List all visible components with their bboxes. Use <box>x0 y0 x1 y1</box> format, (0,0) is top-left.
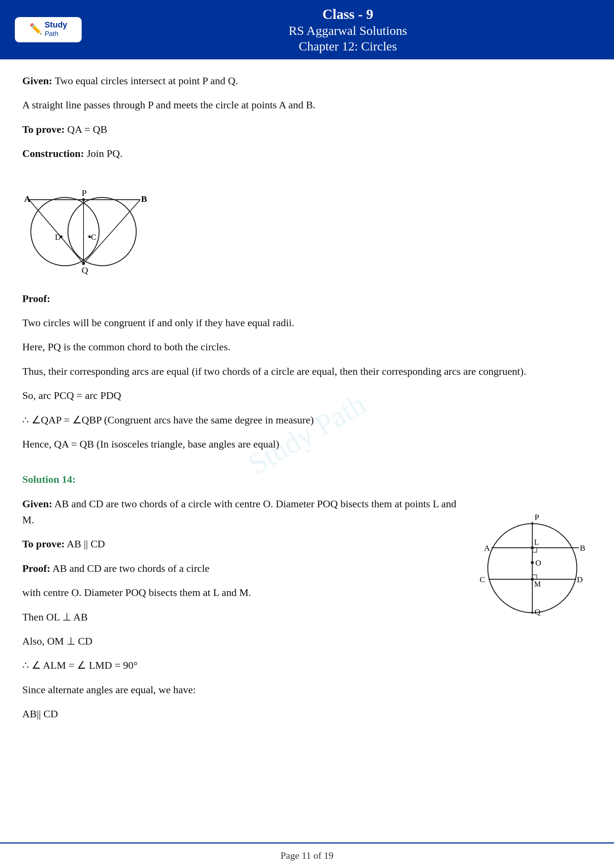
svg-text:A: A <box>484 543 490 553</box>
svg-text:O: O <box>535 558 541 567</box>
svg-text:D: D <box>577 575 583 584</box>
class-line: Class - 9 <box>89 6 606 22</box>
s14-given-line: Given: AB and CD are two chords of a cir… <box>22 496 458 528</box>
logo-area: ✏️ Study Path <box>8 17 89 42</box>
toprove-line: To prove: QA = QB <box>22 121 592 137</box>
logo-box: ✏️ Study Path <box>15 17 82 42</box>
svg-text:B: B <box>580 543 585 553</box>
construction-label: Construction: <box>22 148 84 159</box>
s14-toprove-text: AB || CD <box>65 538 105 550</box>
s14-proof-label: Proof: <box>22 563 51 574</box>
solution14-svg: A B C D P Q O <box>473 499 592 618</box>
svg-point-27 <box>531 522 533 525</box>
proof-heading: Proof: <box>22 291 592 307</box>
footer: Page 11 of 19 <box>0 842 614 868</box>
s14-proof-5: AB|| CD <box>22 706 458 722</box>
svg-point-0 <box>31 197 99 266</box>
s14-proof-4: Since alternate angles are equal, we hav… <box>22 682 458 698</box>
toprove-label: To prove: <box>22 124 65 135</box>
svg-line-10 <box>84 200 140 264</box>
svg-text:A: A <box>24 194 31 204</box>
s14-toprove-line: To prove: AB || CD <box>22 536 458 552</box>
proof-line-3: So, arc PCQ = arc PDQ <box>22 388 592 403</box>
s14-given-label: Given: <box>22 498 52 510</box>
solution14-diagram: A B C D P Q O <box>473 499 592 621</box>
header-title: Class - 9 RS Aggarwal Solutions Chapter … <box>89 6 606 53</box>
s14-proof-line: Proof: AB and CD are two chords of a cir… <box>22 560 458 576</box>
line2: A straight line passes through P and mee… <box>22 97 592 113</box>
svg-point-29 <box>531 612 533 614</box>
pencil-icon: ✏️ <box>29 23 42 35</box>
svg-text:+: + <box>87 233 91 240</box>
proof-line-0: Two circles will be congruent if and onl… <box>22 315 592 331</box>
construction-line: Construction: Join PQ. <box>22 146 592 161</box>
proof-line-4: ∴ ∠QAP = ∠QBP (Congruent arcs have the s… <box>22 412 592 428</box>
s14-given-text: AB and CD are two chords of a circle wit… <box>22 498 456 525</box>
svg-point-1 <box>68 197 136 266</box>
page-header: ✏️ Study Path Class - 9 RS Aggarwal Solu… <box>0 0 614 59</box>
svg-text:P: P <box>82 188 87 198</box>
book-line: RS Aggarwal Solutions <box>89 24 606 38</box>
main-content: Given: Two equal circles intersect at po… <box>0 59 614 753</box>
s14-proof-3: ∴ ∠ ALM = ∠ LMD = 90° <box>22 657 458 673</box>
given-line: Given: Two equal circles intersect at po… <box>22 73 592 89</box>
circles-diagram: A B P Q D C + + <box>22 173 592 279</box>
logo-icon: ✏️ Study Path <box>29 20 67 37</box>
svg-point-31 <box>531 561 534 564</box>
svg-text:M: M <box>534 580 541 588</box>
s14-proof-0: with centre O. Diameter POQ bisects them… <box>22 584 458 600</box>
logo-study: Study <box>45 20 67 30</box>
svg-text:C: C <box>91 232 96 242</box>
proof-line-5: Hence, QA = QB (In isosceles triangle, b… <box>22 436 592 452</box>
s14-toprove-label: To prove: <box>22 538 65 550</box>
given-label: Given: <box>22 75 52 87</box>
svg-text:+: + <box>59 233 64 240</box>
given-text: Two equal circles intersect at point P a… <box>52 75 238 87</box>
toprove-text: QA = QB <box>65 124 107 135</box>
solution14-text-area: Given: AB and CD are two chords of a cir… <box>22 496 458 730</box>
s14-proof-text: AB and CD are two chords of a circle <box>51 563 209 574</box>
svg-text:Q: Q <box>535 607 541 616</box>
circles-svg: A B P Q D C + + <box>22 173 149 277</box>
svg-text:Q: Q <box>82 265 88 275</box>
footer-text: Page 11 of 19 <box>281 850 334 861</box>
solution14-label: Solution 14: <box>22 474 76 485</box>
proof-label: Proof: <box>22 293 51 304</box>
construction-text: Join PQ. <box>84 148 122 159</box>
proof-line-2: Thus, their corresponding arcs are equal… <box>22 363 592 379</box>
solution14-heading: Solution 14: <box>22 471 592 487</box>
svg-text:B: B <box>141 194 147 204</box>
svg-text:P: P <box>535 513 539 522</box>
chapter-line: Chapter 12: Circles <box>89 39 606 53</box>
svg-text:L: L <box>534 538 539 546</box>
proof-line-1: Here, PQ is the common chord to both the… <box>22 339 592 355</box>
logo-path: Path <box>45 30 67 38</box>
solution14-layout: Given: AB and CD are two chords of a cir… <box>22 496 592 730</box>
svg-text:C: C <box>480 575 485 584</box>
svg-line-9 <box>29 200 84 264</box>
s14-proof-2: Also, OM ⊥ CD <box>22 633 458 649</box>
s14-proof-1: Then OL ⊥ AB <box>22 609 458 625</box>
